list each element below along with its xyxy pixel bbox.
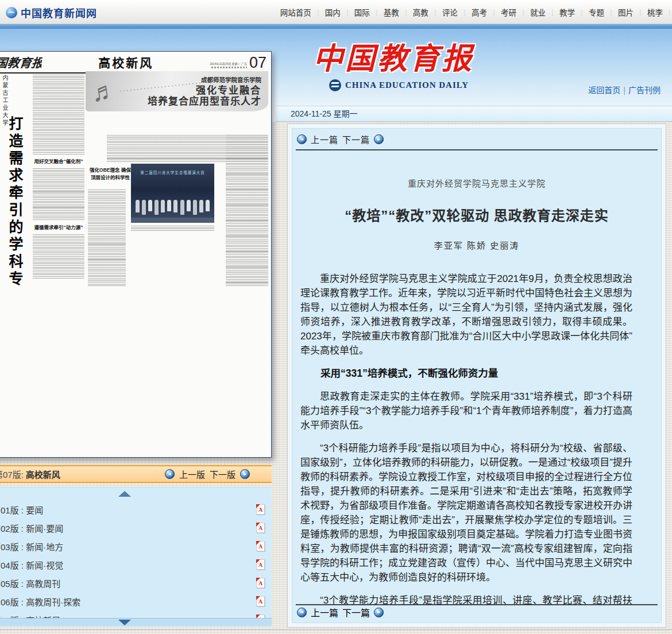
article-authors: 李亚军 陈娇 史丽涛	[292, 239, 661, 251]
paper-date-line: 2024年11月25日 星期一 广告	[210, 61, 247, 65]
article-organization: 重庆对外经贸学院马克思主义学院	[292, 177, 661, 189]
page-navigation: ◄ 上一版 下一版 ►	[165, 468, 250, 480]
newsprint-text-block	[33, 168, 84, 221]
paper-subhead-2: 遵循需求牵引“动力源”	[33, 225, 84, 231]
newsprint-text-block	[33, 234, 84, 279]
next-article-button[interactable]: 下一篇	[342, 605, 370, 619]
nav-item-kaoyan[interactable]: 考研	[501, 6, 530, 18]
scroll-down-icon	[118, 620, 131, 625]
photo-performers	[136, 200, 210, 215]
next-page-icon[interactable]: ►	[240, 469, 250, 479]
paper-obe-subhead: 强化OBE理念 确保顶层设计的科学性	[88, 167, 133, 181]
article-body: 重庆对外经贸学院马克思主义学院成立于2021年9月，负责全校思想政治理论课教育教…	[292, 272, 661, 609]
prev-article-icon[interactable]: ◄	[297, 608, 307, 617]
article-panel: ◄ 上一篇 下一篇 ► 重庆对外经贸学院马克思主义学院 “教培”“教改”双轮驱动…	[287, 123, 666, 628]
nav-item-home[interactable]: 网站首页	[280, 6, 325, 18]
top-nav-menu: 网站首页 国内 国际 基教 高教 评论 高考 考研 就业 教学 专题 图片 桃李	[280, 0, 672, 24]
edition-row-03[interactable]: 第03版 : 新闻·地方	[0, 537, 272, 555]
paper-section-title: 高校新风	[42, 53, 210, 71]
paper-meta-fineprint	[211, 67, 247, 68]
masthead-logo-icon	[329, 79, 341, 91]
edition-row-06[interactable]: 第06版 : 高教周刊·探索	[0, 592, 272, 610]
treble-clef-icon: ♬	[90, 77, 118, 106]
edition-row-04[interactable]: 第04版 : 新闻·视觉	[0, 555, 272, 574]
nav-item-topics[interactable]: 专题	[589, 6, 618, 18]
prev-page-button[interactable]: 上一版	[179, 468, 205, 480]
bottom-divider-line	[0, 629, 672, 630]
pdf-icon[interactable]	[256, 523, 265, 533]
article-nav-bottom: ◄ 上一篇 下一篇 ►	[297, 605, 384, 619]
next-page-button[interactable]: 下一版	[210, 468, 235, 480]
prev-article-icon[interactable]: ◄	[297, 134, 307, 144]
paper-meta: 2024年11月25日 星期一 广告 07	[210, 55, 267, 71]
prev-article-button[interactable]: 上一篇	[311, 133, 338, 145]
pdf-icon[interactable]	[256, 541, 265, 551]
article-paragraph-2: 思政教育走深走实的主体在教师。学院采用“331”培养模式，即“3个科研能力培养手…	[300, 389, 632, 432]
current-page-number: 第07版:	[0, 468, 24, 480]
nav-item-pictures[interactable]: 图片	[618, 6, 647, 18]
newsprint-column-right	[226, 135, 268, 287]
article-paragraph-1: 重庆对外经贸学院马克思主义学院成立于2021年9月，负责全校思想政治理论课教育教…	[300, 272, 632, 358]
paper-masthead-calligraphy: 中国教育报	[0, 53, 43, 71]
photo-caption	[131, 226, 214, 231]
top-navigation-bar: 中国教育新闻网 网站首页 国内 国际 基教 高教 评论 高考 考研 就业 教学 …	[0, 0, 672, 24]
site-logo-text: 中国教育新闻网	[21, 5, 97, 20]
prev-page-icon[interactable]: ◄	[165, 469, 175, 479]
nav-item-domestic[interactable]: 国内	[325, 6, 354, 18]
paper-subhead-1: 用好交叉融合“催化剂”	[33, 158, 84, 165]
paper-vertical-headline: 打造需求牵引的学科专	[4, 116, 25, 288]
pdf-icon[interactable]	[256, 559, 265, 570]
date-bar: 2024-11-25 星期一	[276, 106, 672, 122]
edition-list-panel: 第01版 : 要闻 第02版 : 新闻·要闻 第03版 : 新闻·地方 第04版…	[0, 487, 272, 627]
article-nav-top: ◄ 上一篇 下一篇 ►	[292, 129, 661, 145]
back-home-link[interactable]: 返回首页	[588, 86, 620, 95]
edition-row-01[interactable]: 第01版 : 要闻	[0, 500, 272, 519]
masthead-links: 返回首页|广告刊例	[588, 84, 661, 95]
current-page-section: 高校新风	[26, 468, 60, 480]
newsprint-text-block	[33, 75, 84, 155]
newspaper-masthead-title: 中国教育报	[313, 34, 474, 78]
site-logo-icon	[6, 7, 17, 18]
newspaper-page-preview[interactable]: 中国教育报 高校新风 2024年11月25日 星期一 广告 07 内蒙古工业大学…	[0, 51, 272, 458]
newsprint-column-mid	[88, 190, 126, 286]
paper-header: 中国教育报 高校新风 2024年11月25日 星期一 广告 07	[0, 55, 267, 71]
edition-row-02[interactable]: 第02版 : 新闻·要闻	[0, 519, 272, 537]
nav-item-employment[interactable]: 就业	[530, 6, 559, 18]
next-article-icon[interactable]: ►	[374, 608, 384, 617]
nav-item-higher-edu[interactable]: 高教	[413, 6, 442, 18]
current-page-bar: 第07版: 高校新风 ◄ 上一版 下一版 ►	[0, 465, 272, 483]
nav-item-teaching[interactable]: 教学	[559, 6, 589, 18]
edition-list-scroll-down[interactable]	[0, 618, 272, 627]
music-article-title-2: 培养复合应用型音乐人才	[148, 96, 261, 107]
pdf-icon[interactable]	[256, 504, 265, 515]
nav-item-international[interactable]: 国际	[354, 6, 384, 18]
article-section-heading: 采用“331”培养模式，不断强化师资力量	[300, 366, 632, 381]
blue-divider-bar	[0, 24, 672, 29]
pdf-icon[interactable]	[256, 596, 265, 606]
newsprint-column-left: 用好交叉融合“催化剂” 遵循需求牵引“动力源”	[33, 75, 84, 279]
link-separator: |	[623, 86, 625, 95]
next-article-icon[interactable]: ►	[374, 134, 384, 144]
article-title: “教培”“教改”双轮驱动 思政教育走深走实	[292, 204, 661, 225]
article-paragraph-3: “3个科研能力培养手段”是指以项目为中心，将科研分为“校级、省部级、国家级别”，…	[300, 441, 632, 585]
prev-article-button[interactable]: 上一篇	[311, 605, 338, 619]
photo-stage-floor	[131, 218, 214, 223]
next-article-button[interactable]: 下一篇	[342, 133, 370, 145]
paper-page-number: 07	[249, 55, 267, 71]
photo-banner-text: 第二届四川省大学生合唱展演大赛	[131, 169, 214, 175]
nav-item-basic-edu[interactable]: 基教	[384, 6, 413, 18]
scroll-up-icon	[118, 491, 131, 497]
site-logo[interactable]: 中国教育新闻网	[6, 5, 97, 20]
pdf-icon[interactable]	[256, 578, 265, 588]
nav-item-taoli[interactable]: 桃李	[647, 6, 672, 18]
masthead-english-title: CHINA EDUCATION DAILY	[345, 80, 469, 90]
paper-photo: 第二届四川省大学生合唱展演大赛	[131, 164, 214, 223]
masthead-subtitle-row: CHINA EDUCATION DAILY	[329, 79, 469, 91]
ad-rates-link[interactable]: 广告刊例	[628, 86, 661, 95]
nav-item-gaokao[interactable]: 高考	[472, 6, 501, 18]
nav-item-commentary[interactable]: 评论	[442, 6, 472, 18]
edition-list-scroll-up[interactable]	[0, 488, 272, 500]
page: 中国教育新闻网 网站首页 国内 国际 基教 高教 评论 高考 考研 就业 教学 …	[0, 0, 672, 634]
article-top-rule	[296, 149, 658, 150]
edition-row-05[interactable]: 第05版 : 高教周刊	[0, 574, 272, 592]
